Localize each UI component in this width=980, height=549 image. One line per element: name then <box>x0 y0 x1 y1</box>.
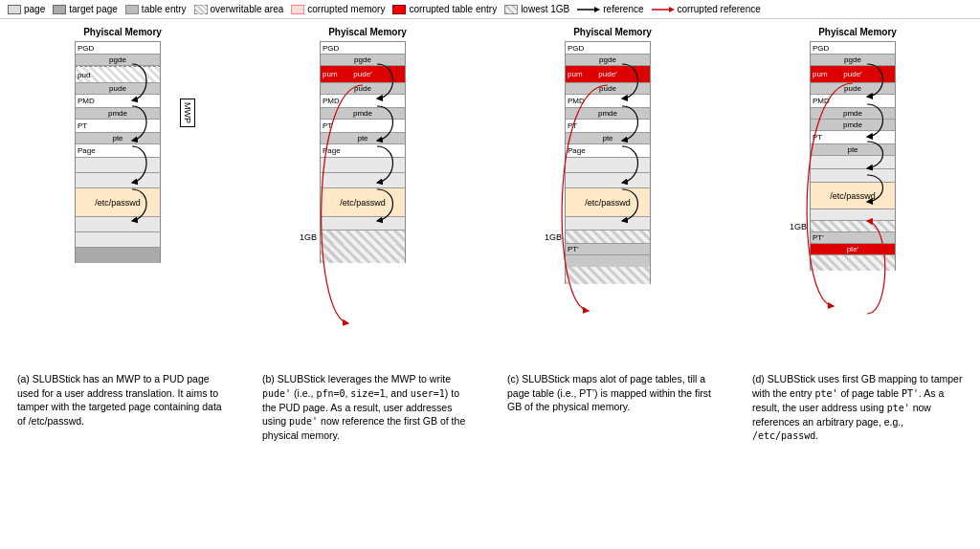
c-passwd-row: /etc/passwd <box>565 188 651 217</box>
legend-page-box <box>8 5 21 14</box>
figure-c-mem-stack: PGD pgde pum pude' pude PMD pmde PT pte … <box>565 41 651 284</box>
svg-marker-3 <box>669 7 675 12</box>
c-page-label: Page <box>565 144 651 158</box>
d-pmde-row: pmde <box>810 108 896 120</box>
c-pt-label: PT <box>565 120 651 133</box>
legend-bar: page target page table entry overwritabl… <box>0 0 980 19</box>
pmd-label: PMD <box>78 97 95 105</box>
legend-target-box <box>53 5 66 14</box>
page-row5 <box>75 248 161 263</box>
legend-lowest-1gb: lowest 1GB <box>504 4 569 14</box>
c-pmde-row: pmde <box>565 108 651 120</box>
legend-corrupted-table-label: corrupted table entry <box>409 4 497 14</box>
figure-c-title: Phyiscal Memory <box>573 27 652 37</box>
b-pud-red-row: pum pude' <box>320 66 406 83</box>
b-hatched-row <box>320 244 406 263</box>
legend-overwritable: overwritable area <box>194 4 284 14</box>
c-hatched-row <box>565 267 651 284</box>
figure-b-diagram: PGD pgde pum pude' pude PMD pmde PT pte <box>291 41 444 366</box>
b-pude-row: pude <box>320 83 406 95</box>
pgd-label-row: PGD <box>75 41 161 55</box>
d-passwd-row: /etc/passwd <box>810 183 896 209</box>
figure-b-mem-stack: PGD pgde pum pude' pude PMD pmde PT pte <box>320 41 406 263</box>
d-page-row1 <box>810 156 896 169</box>
d-pgde-row: pgde <box>810 55 896 66</box>
pmde-row: pmde <box>75 108 161 120</box>
legend-reference-label: reference <box>603 4 643 14</box>
b-pmd-label: PMD <box>320 95 406 108</box>
b-pmde-row: pmde <box>320 108 406 120</box>
legend-table-entry: table entry <box>125 4 187 14</box>
page-row3 <box>75 217 161 232</box>
legend-page-label: page <box>24 4 45 14</box>
figure-a-caption: (a) SLUBStick has an MWP to a PUD page u… <box>17 372 228 428</box>
b-pgde-row: pgde <box>320 55 406 66</box>
pgde-row: pgde <box>75 55 161 66</box>
corrupted-reference-arrow-icon <box>652 5 675 14</box>
b-pgd-label: PGD <box>320 41 406 55</box>
pmd-label-row: PMD <box>75 95 161 108</box>
b-passwd-row: /etc/passwd <box>320 188 406 217</box>
pgd-label: PGD <box>78 44 94 53</box>
d-page-row2 <box>810 169 896 183</box>
b-pte-row: pte <box>320 133 406 144</box>
c-pte-row: pte <box>565 133 651 144</box>
figures-container: Phyiscal Memory PGD pgde pud pude PMD <box>0 19 980 447</box>
d-pt-prime-label: PT' <box>810 232 896 244</box>
pt-label-row: PT <box>75 120 161 133</box>
figure-d: Phyiscal Memory PGD pgde pum pude' pude … <box>747 27 968 443</box>
c-pgd-label: PGD <box>565 41 651 55</box>
b-1gb-row: 1GB <box>320 231 406 244</box>
c-page-row3 <box>565 217 651 231</box>
legend-table-entry-box <box>125 5 139 14</box>
figure-c-caption: (c) SLUBStick maps alot of page tables, … <box>507 372 718 414</box>
c-pmd-label: PMD <box>565 95 651 108</box>
page-row2 <box>75 173 161 188</box>
d-pte-prime-row: pte' <box>810 244 896 255</box>
d-pt-label: PT <box>810 131 896 144</box>
figure-d-caption: (d) SLUBStick uses first GB mapping to t… <box>752 372 963 443</box>
figure-d-mem-stack: PGD pgde pum pude' pude PMD pmde pmde PT… <box>810 41 896 271</box>
page-row1 <box>75 158 161 173</box>
page-label: Page <box>78 146 96 155</box>
figure-b-title: Phyiscal Memory <box>328 27 407 37</box>
legend-lowest-1gb-label: lowest 1GB <box>521 4 569 14</box>
b-page-label: Page <box>320 144 406 158</box>
legend-overwritable-label: overwritable area <box>211 4 284 14</box>
legend-corrupted-memory-box <box>291 5 304 14</box>
mwp-label-a: MWP <box>180 99 195 127</box>
figure-d-title: Phyiscal Memory <box>818 27 897 37</box>
legend-page: page <box>8 4 45 14</box>
legend-table-entry-label: table entry <box>142 4 187 14</box>
reference-arrow-icon <box>577 5 600 14</box>
figure-a-mem-stack: PGD pgde pud pude PMD pmde PT <box>75 41 161 263</box>
pt-label: PT <box>78 121 87 130</box>
figure-c: Phyiscal Memory PGD pgde pum pude' pude … <box>502 27 723 443</box>
figure-a: Phyiscal Memory PGD pgde pud pude PMD <box>12 27 233 443</box>
legend-overwritable-box <box>194 5 208 14</box>
page-row4 <box>75 232 161 248</box>
pte-row: pte <box>75 133 161 144</box>
c-pude-row: pude <box>565 83 651 95</box>
d-1gb-row: 1GB <box>810 221 896 232</box>
legend-corrupted-memory: corrupted memory <box>291 4 385 14</box>
d-pude-row: pude <box>810 83 896 95</box>
legend-corrupted-reference: corrupted reference <box>652 4 761 14</box>
legend-corrupted-memory-label: corrupted memory <box>307 4 385 14</box>
c-pt-prime-label: PT' <box>565 244 651 255</box>
pud-overwrite-row: pud <box>75 66 161 83</box>
c-pud-red-row: pum pude' <box>565 66 651 83</box>
b-page-row2 <box>320 173 406 188</box>
d-pud-red-row: pum pude' <box>810 66 896 83</box>
d-pmd-label: PMD <box>810 95 896 108</box>
c-pt-prime-row <box>565 255 651 267</box>
svg-marker-1 <box>594 7 600 12</box>
legend-lowest-1gb-box <box>504 5 518 14</box>
pud-label: pud <box>78 71 90 79</box>
passwd-row: /etc/passwd <box>75 188 161 217</box>
b-page-row3 <box>320 217 406 231</box>
c-page-row2 <box>565 173 651 188</box>
b-page-row1 <box>320 158 406 173</box>
figure-a-diagram: PGD pgde pud pude PMD pmde PT <box>46 41 199 366</box>
d-pmde2-row: pmde <box>810 120 896 131</box>
